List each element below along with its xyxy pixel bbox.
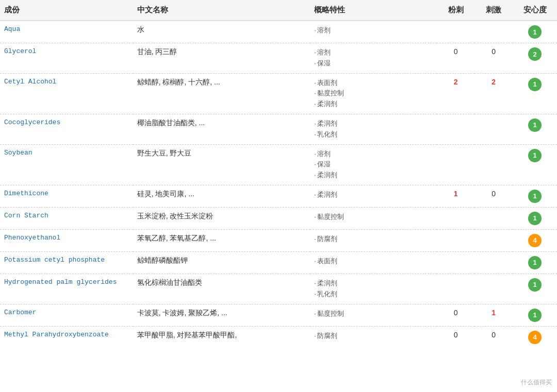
safety-badge-cell: 1: [513, 251, 557, 274]
property-tag: 柔润剂: [314, 170, 432, 181]
table-row: Phenoxyethanol苯氧乙醇, 苯氧基乙醇, ...防腐剂4: [0, 229, 557, 251]
ingredient-link[interactable]: Hydrogenated palm glycerides: [4, 278, 117, 286]
property-tag: 表面剂: [314, 256, 432, 267]
ingredient-link[interactable]: Dimethicone: [4, 190, 48, 197]
table-row: Dimethicone硅灵, 地美司康, ...柔润剂101: [0, 185, 557, 207]
property-tag: 防腐剂: [314, 234, 432, 245]
chinese-name: 玉米淀粉, 改性玉米淀粉: [133, 207, 310, 229]
properties-cell: 黏度控制: [310, 304, 436, 326]
acne-score: [437, 274, 475, 304]
table-header-row: 成份 中文名称 概略特性 粉刺 刺激 安心度: [0, 0, 557, 21]
chinese-name: 椰油脂酸甘油酯类, ...: [133, 114, 310, 144]
irritant-score: 0: [474, 43, 513, 74]
property-tag: 防腐剂: [314, 331, 432, 342]
properties-cell: 溶剂: [310, 21, 436, 43]
property-tag: 柔润剂: [314, 278, 432, 289]
acne-score: 0: [437, 43, 475, 74]
ingredient-link[interactable]: Soybean: [4, 149, 32, 157]
header-safety: 安心度: [513, 0, 557, 21]
property-tag: 黏度控制: [314, 309, 432, 319]
ingredient-link[interactable]: Corn Starch: [4, 212, 48, 219]
safety-badge: 1: [528, 256, 542, 269]
safety-badge: 1: [528, 278, 542, 292]
chinese-name: 鲸蜡醇磷酸酯钾: [133, 251, 310, 274]
safety-badge: 1: [528, 212, 542, 225]
safety-badge-cell: 4: [513, 229, 557, 251]
table-row: Potassium cetyl phosphate鲸蜡醇磷酸酯钾表面剂1: [0, 251, 557, 274]
ingredient-link[interactable]: Phenoxyethanol: [4, 234, 60, 242]
property-tag: 溶剂: [314, 47, 432, 58]
acne-score: [437, 144, 475, 185]
safety-badge-cell: 1: [513, 304, 557, 326]
ingredient-link[interactable]: Methyl Parahydroxybenzoate: [4, 331, 109, 338]
properties-cell: 溶剂保湿柔润剂: [310, 144, 436, 185]
ingredient-link[interactable]: Potassium cetyl phosphate: [4, 256, 105, 264]
chinese-name: 野生大豆, 野大豆: [133, 144, 310, 185]
property-tag: 溶剂: [314, 25, 432, 36]
table-row: Hydrogenated palm glycerides氢化棕榈油甘油酯类柔润剂…: [0, 274, 557, 304]
ingredients-table-container: 成份 中文名称 概略特性 粉刺 刺激 安心度 Aqua水溶剂1Glycerol甘…: [0, 0, 557, 348]
acne-score: 0: [437, 326, 475, 348]
ingredient-link[interactable]: Aqua: [4, 25, 20, 33]
ingredients-table: 成份 中文名称 概略特性 粉刺 刺激 安心度 Aqua水溶剂1Glycerol甘…: [0, 0, 557, 348]
table-row: Soybean野生大豆, 野大豆溶剂保湿柔润剂1: [0, 144, 557, 185]
property-tag: 柔润剂: [314, 190, 432, 200]
property-tag: 表面剂: [314, 78, 432, 89]
chinese-name: 硅灵, 地美司康, ...: [133, 185, 310, 207]
safety-badge: 1: [528, 190, 542, 203]
irritant-score: [474, 114, 513, 144]
irritant-score: 1: [474, 304, 513, 326]
properties-cell: 黏度控制: [310, 207, 436, 229]
safety-badge-cell: 2: [513, 43, 557, 74]
safety-badge-cell: 1: [513, 207, 557, 229]
properties-cell: 表面剂: [310, 251, 436, 274]
safety-badge: 1: [528, 118, 542, 132]
acne-score: 1: [437, 185, 475, 207]
table-row: Carbomer卡波莫, 卡波姆, 聚羧乙烯, ...黏度控制011: [0, 304, 557, 326]
irritant-score: 2: [474, 73, 513, 114]
table-row: Methyl Parahydroxybenzoate苯甲酸甲脂, 对羟基苯甲酸甲…: [0, 326, 557, 348]
property-tag: 乳化剂: [314, 129, 432, 140]
irritant-score: [474, 251, 513, 274]
property-tag: 溶剂: [314, 149, 432, 160]
properties-cell: 防腐剂: [310, 229, 436, 251]
safety-badge-cell: 1: [513, 114, 557, 144]
safety-badge-cell: 1: [513, 21, 557, 43]
property-tag: 黏度控制: [314, 88, 432, 99]
ingredient-link[interactable]: Cocoglycerides: [4, 118, 60, 126]
header-ingredient: 成份: [0, 0, 133, 21]
chinese-name: 苯甲酸甲脂, 对羟基苯甲酸甲酯,: [133, 326, 310, 348]
properties-cell: 表面剂黏度控制柔润剂: [310, 73, 436, 114]
property-tag: 黏度控制: [314, 212, 432, 223]
table-row: Aqua水溶剂1: [0, 21, 557, 43]
ingredient-link[interactable]: Glycerol: [4, 47, 36, 55]
irritant-score: [474, 21, 513, 43]
table-row: Glycerol甘油, 丙三醇溶剂保湿002: [0, 43, 557, 74]
ingredient-link[interactable]: Carbomer: [4, 309, 36, 316]
safety-badge-cell: 4: [513, 326, 557, 348]
header-chinese: 中文名称: [133, 0, 310, 21]
ingredient-link[interactable]: Cetyl Alcohol: [4, 78, 56, 86]
irritant-score: [474, 274, 513, 304]
acne-score: 0: [437, 304, 475, 326]
irritant-score: [474, 144, 513, 185]
property-tag: 保湿: [314, 58, 432, 69]
safety-badge-cell: 1: [513, 185, 557, 207]
safety-badge: 1: [528, 78, 542, 91]
header-acne: 粉刺: [437, 0, 475, 21]
properties-cell: 防腐剂: [310, 326, 436, 348]
property-tag: 保湿: [314, 159, 432, 170]
acne-score: [437, 21, 475, 43]
irritant-score: [474, 229, 513, 251]
chinese-name: 苯氧乙醇, 苯氧基乙醇, ...: [133, 229, 310, 251]
irritant-score: 0: [474, 185, 513, 207]
property-tag: 柔润剂: [314, 118, 432, 129]
acne-score: [437, 229, 475, 251]
safety-badge-cell: 1: [513, 274, 557, 304]
safety-badge: 1: [528, 149, 542, 162]
properties-cell: 柔润剂: [310, 185, 436, 207]
chinese-name: 水: [133, 21, 310, 43]
properties-cell: 溶剂保湿: [310, 43, 436, 74]
header-properties: 概略特性: [310, 0, 436, 21]
safety-badge: 2: [528, 47, 542, 61]
